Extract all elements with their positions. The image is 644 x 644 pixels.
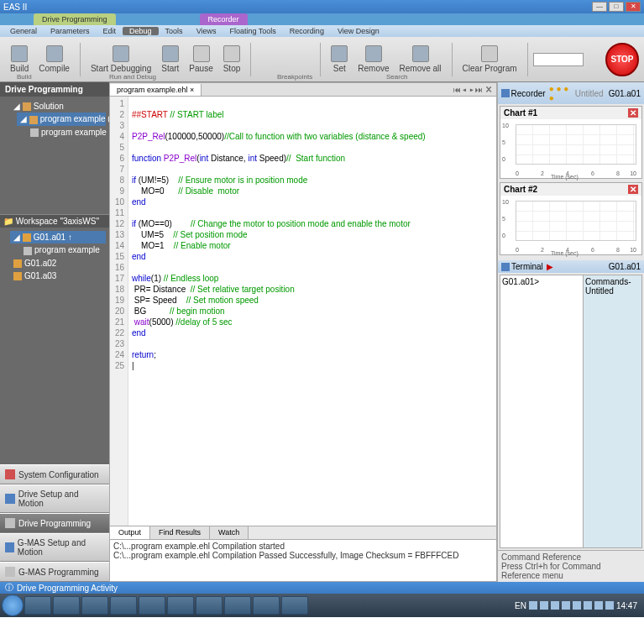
drive-programming-header: Drive Programming	[0, 82, 109, 97]
nav-system-config[interactable]: System Configuration	[0, 464, 109, 484]
task-item[interactable]	[167, 596, 194, 615]
tree-g01a02[interactable]: G01.a02	[10, 257, 106, 270]
tray-icon[interactable]	[551, 601, 559, 610]
tray-icon[interactable]	[573, 601, 581, 610]
chart1-body[interactable]: 1050 0246810 Time (sec)	[500, 119, 641, 178]
task-item[interactable]	[139, 596, 165, 615]
tree-project[interactable]: ◢ program example (Debug) <	[17, 113, 106, 125]
menu-tools[interactable]: Tools	[159, 27, 190, 35]
rec-dots-icon[interactable]: ● ● ● ●	[549, 84, 575, 102]
nav-gmas-programming[interactable]: G-MAS Programming	[0, 562, 109, 582]
tree-file[interactable]: program example	[27, 126, 106, 139]
nav-drive-programming[interactable]: Drive Programming	[0, 513, 109, 533]
tray-icon[interactable]	[594, 601, 603, 610]
tab-output[interactable]: Output	[110, 526, 150, 539]
bp-set-button[interactable]: Set	[326, 44, 353, 75]
start-button[interactable]: Start	[156, 44, 184, 75]
term-flag-icon[interactable]: ▶	[547, 262, 553, 271]
bp-set-icon	[331, 45, 348, 62]
menu-debug[interactable]: Debug	[123, 27, 159, 35]
workspace-tree[interactable]: 📁 Workspace "3axisWS" ◢ G01.a01 ↑ progra…	[0, 214, 109, 464]
tab-watch[interactable]: Watch	[210, 526, 249, 539]
recorder-icon	[501, 89, 510, 97]
tab-find-results[interactable]: Find Results	[150, 526, 210, 539]
compile-button[interactable]: Compile	[34, 44, 75, 75]
start-debugging-button[interactable]: Start Debugging	[86, 44, 156, 75]
start-button[interactable]	[2, 594, 24, 616]
tray-icon[interactable]	[529, 601, 537, 610]
status-indicator-icon: ⓘ	[5, 582, 13, 594]
close-button[interactable]: ✕	[626, 2, 641, 12]
task-item[interactable]	[110, 596, 137, 615]
workspace-header: 📁 Workspace "3axisWS"	[0, 215, 109, 228]
build-button[interactable]: Build	[5, 44, 34, 75]
menu-floating-tools[interactable]: Floating Tools	[223, 27, 282, 35]
pause-icon	[193, 45, 210, 62]
task-item[interactable]	[253, 596, 280, 615]
tray-clock[interactable]: 14:47	[616, 601, 637, 610]
task-item[interactable]	[281, 596, 308, 615]
menu-general[interactable]: General	[3, 27, 44, 35]
task-item[interactable]	[81, 596, 108, 615]
tree-g01a03[interactable]: G01.a03	[10, 270, 106, 282]
nav-drive-setup[interactable]: Drive Setup and Motion	[0, 484, 109, 513]
bp-removeall-button[interactable]: Remove all	[395, 44, 447, 75]
task-item[interactable]	[224, 596, 251, 615]
context-tab-strip: Drive Programming Recorder	[0, 13, 644, 25]
chart-1: Chart #1✕ 1050 0246810 Time (sec)	[500, 106, 642, 179]
tree-prog-ex[interactable]: program example	[20, 243, 106, 256]
tray-icon[interactable]	[584, 601, 592, 610]
solution-tree[interactable]: ◢ Solution ◢ program example (Debug) < p…	[0, 97, 109, 214]
nav-buttons: System Configuration Drive Setup and Mot…	[0, 464, 109, 582]
terminal-commands[interactable]: Commands- Untitled	[583, 275, 641, 547]
bp-removeall-icon	[412, 45, 429, 62]
tree-solution[interactable]: ◢ Solution	[10, 100, 106, 113]
search-input[interactable]	[533, 53, 584, 66]
nav-gmas-setup[interactable]: G-MAS Setup and Motion	[0, 533, 109, 562]
minimize-button[interactable]: —	[592, 2, 607, 12]
menu-views[interactable]: Views	[190, 27, 223, 35]
menu-parameters[interactable]: Parameters	[44, 27, 97, 35]
recorder-header: Recorder ● ● ● ● Untitled G01.a01	[498, 82, 644, 104]
terminal-icon	[501, 263, 510, 271]
bp-remove-button[interactable]: Remove	[353, 44, 394, 75]
maximize-button[interactable]: □	[609, 2, 624, 12]
terminal-input[interactable]: G01.a01>	[500, 275, 583, 547]
tab-recorder[interactable]: Recorder	[200, 13, 248, 25]
editor-tab-file[interactable]: program example.ehl ×	[110, 84, 202, 96]
task-item[interactable]	[196, 596, 223, 615]
menu-view-design[interactable]: View Design	[331, 27, 386, 35]
output-tabs: Output Find Results Watch	[110, 526, 496, 539]
editor-nav-arrows[interactable]: ⏮ ◀ ▶ ⏭ ✕	[450, 86, 496, 94]
tree-g01a01[interactable]: ◢ G01.a01 ↑	[10, 231, 106, 243]
clear-program-button[interactable]: Clear Program	[458, 44, 522, 75]
code-text[interactable]: ##START // START label P2P_Rel(100000,50…	[128, 97, 496, 526]
system-tray[interactable]: EN 14:47	[515, 601, 642, 610]
tray-icon[interactable]	[540, 601, 548, 610]
tray-lang[interactable]: EN	[515, 601, 526, 610]
menu-recording[interactable]: Recording	[283, 27, 331, 35]
code-editor[interactable]: 1234567891011121314151617181920212223242…	[110, 97, 496, 526]
app-title: EAS II	[3, 3, 27, 12]
tray-icon[interactable]	[562, 601, 570, 610]
gmas-icon	[5, 542, 14, 552]
tray-icon[interactable]	[605, 601, 614, 610]
build-icon	[11, 45, 28, 62]
chart1-close-icon[interactable]: ✕	[628, 108, 638, 118]
pause-button[interactable]: Pause	[184, 44, 217, 75]
emergency-stop-button[interactable]: STOP	[605, 43, 639, 76]
stop-button-small[interactable]: Stop	[218, 44, 246, 75]
tab-drive-programming[interactable]: Drive Programming	[34, 13, 116, 25]
command-reference: Command Reference Press Ctrl+h for Comma…	[498, 550, 644, 582]
chart2-close-icon[interactable]: ✕	[628, 185, 638, 194]
task-item[interactable]	[24, 596, 51, 615]
menu-edit[interactable]: Edit	[97, 27, 123, 35]
task-item[interactable]	[53, 596, 80, 615]
output-panel[interactable]: C:\...program example.ehl Compilation st…	[110, 539, 496, 581]
menu-bar: General Parameters Edit Debug Tools View…	[0, 25, 644, 37]
ribbon: Build Compile Start Debugging Start Paus…	[0, 37, 644, 82]
left-panel: Drive Programming ◢ Solution ◢ program e…	[0, 82, 109, 582]
terminal-header: Terminal ▶ G01.a01	[498, 260, 644, 273]
chart2-body[interactable]: 1050 0246810 Time (sec)	[500, 196, 641, 254]
drive-icon	[5, 494, 15, 504]
